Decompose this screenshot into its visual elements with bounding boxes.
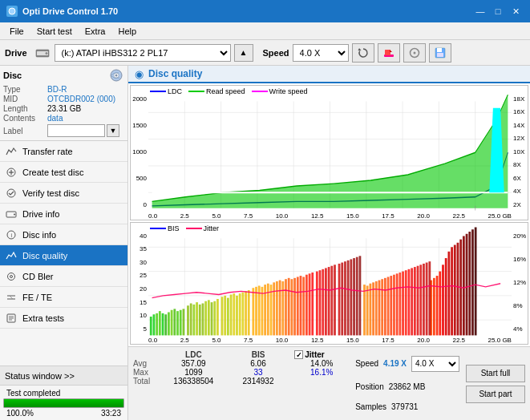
svg-rect-103 [279,280,281,335]
svg-rect-77 [199,304,201,335]
svg-point-23 [8,273,15,280]
disc-length-row: Length 23.31 GB [3,104,124,113]
svg-rect-167 [426,262,428,335]
svg-rect-67 [168,312,170,335]
sidebar-item-cd-bler[interactable]: CD Bler [0,266,127,287]
status-window-button[interactable]: Status window >> [0,366,127,386]
disc-title: Disc [3,71,22,80]
svg-rect-117 [322,269,324,335]
disc-button[interactable] [403,43,426,63]
start-full-button[interactable]: Start full [466,365,525,382]
total-label: Total [133,377,157,386]
title-bar: Opti Drive Control 1.70 — □ ✕ [0,0,530,22]
legend-ldc: LDC [150,87,182,95]
svg-rect-98 [264,285,266,335]
disc-label-input[interactable] [47,124,105,137]
svg-rect-113 [309,273,311,335]
refresh-button[interactable] [352,43,374,63]
eject-button[interactable]: ▲ [234,44,253,62]
svg-rect-61 [150,317,152,335]
svg-rect-11 [437,53,443,57]
disc-label-button[interactable]: ▼ [107,124,119,137]
svg-rect-114 [311,273,314,335]
svg-rect-148 [369,283,371,335]
speed-select[interactable]: 4.0 X [293,44,349,62]
svg-rect-84 [221,297,224,335]
svg-rect-125 [347,260,350,335]
legend-read-speed: Read speed [188,87,245,95]
menu-help[interactable]: Help [111,25,143,38]
sidebar-item-drive-info[interactable]: Drive info [0,204,127,224]
svg-rect-68 [171,309,173,335]
svg-rect-145 [475,227,477,335]
avg-label: Avg [133,359,157,368]
svg-rect-102 [276,281,278,335]
ldc-color [150,91,166,92]
disc-quality-header: ◉ Disc quality [128,66,530,83]
svg-rect-157 [396,273,399,335]
svg-rect-80 [208,300,210,335]
svg-rect-62 [153,314,156,335]
menu-start-test[interactable]: Start test [30,25,79,38]
svg-rect-72 [183,309,185,335]
svg-rect-149 [372,282,374,335]
speed-display-label: Speed [355,359,378,368]
sidebar-item-verify-test-disc[interactable]: Verify test disc [0,183,127,204]
svg-rect-63 [156,313,158,335]
save-button[interactable] [429,43,451,63]
svg-rect-95 [255,286,257,335]
speed-dropdown[interactable]: 4.0 X [411,356,459,372]
disc-quality-panel-icon: ◉ [135,68,144,80]
sidebar-item-disc-quality[interactable]: Disc quality [0,245,127,266]
svg-rect-70 [176,311,179,335]
status-progress-row: Test completed 100.0% 33:23 [0,386,127,420]
top-chart-y-right: 18X 16X 14X 12X 10X 8X 6X 4X 2X [512,95,528,208]
svg-rect-136 [447,251,450,335]
sidebar-item-disc-info[interactable]: i Disc info [0,224,127,245]
svg-rect-105 [285,279,287,335]
legend-jitter-label: Jitter [204,224,220,232]
sidebar-item-transfer-rate[interactable]: Transfer rate [0,141,127,162]
close-button[interactable]: ✕ [508,4,524,18]
jitter-checkbox[interactable]: ✓ [294,350,303,359]
status-text: Test completed [6,389,60,398]
minimize-button[interactable]: — [472,4,488,18]
samples-value: 379731 [391,402,418,411]
svg-rect-154 [387,277,390,335]
app-title: Opti Drive Control 1.70 [22,6,118,16]
maximize-button[interactable]: □ [490,4,506,18]
svg-point-24 [10,275,13,277]
svg-rect-151 [378,280,381,335]
svg-rect-99 [267,283,269,335]
top-chart-y-left: 2000 1500 1000 500 0 [131,95,148,208]
svg-rect-128 [356,256,358,335]
max-ldc: 1099 [157,368,230,377]
svg-rect-82 [213,301,216,335]
menu-file[interactable]: File [3,25,30,38]
sidebar-item-create-test-disc[interactable]: Create test disc [0,162,127,183]
svg-rect-104 [281,281,284,335]
menu-extra[interactable]: Extra [79,25,112,38]
content-area: ◉ Disc quality LDC Read speed [128,66,530,420]
extra-tests-icon [5,312,18,325]
top-chart-x-axis: 0.0 2.5 5.0 7.5 10.0 12.5 15.0 17.5 20.0… [148,212,512,220]
svg-rect-115 [316,271,318,335]
stats-avg-row: Avg 357.09 6.06 14.0% [133,359,349,368]
svg-rect-142 [466,233,468,335]
max-jitter: 16.1% [294,368,349,377]
svg-rect-97 [261,286,264,335]
legend-bis: BIS [150,224,180,232]
sidebar-item-fe-te[interactable]: FE / TE [0,287,127,308]
svg-point-0 [9,8,15,14]
svg-rect-93 [248,290,250,335]
svg-rect-129 [359,256,362,335]
edit-button[interactable] [378,43,400,63]
charts-area: LDC Read speed Write speed [128,83,530,346]
drive-select[interactable]: (k:) ATAPI iHBS312 2 PL17 [55,44,231,62]
cd-bler-icon [5,270,18,283]
svg-rect-119 [328,267,330,335]
speed-position-area: Speed 4.19 X 4.0 X Position 23862 MB Sam… [355,350,459,417]
start-part-button[interactable]: Start part [466,386,525,403]
sidebar-item-extra-tests[interactable]: Extra tests [0,308,127,329]
app-icon [6,6,18,17]
